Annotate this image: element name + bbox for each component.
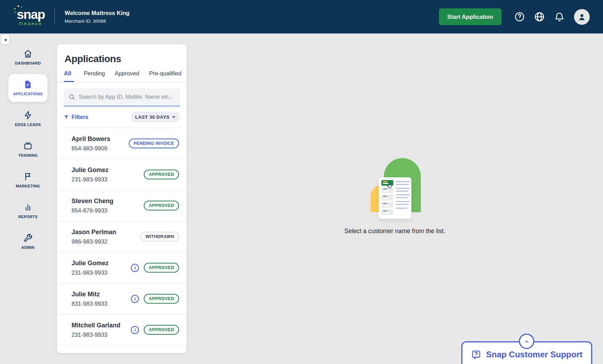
search-input[interactable]	[79, 94, 175, 100]
sidebar-item-label: REPORTS	[18, 215, 37, 219]
logo-text-snap: snap	[17, 8, 45, 21]
filter-funnel-icon	[64, 115, 69, 120]
sidebar-item-label: ADMIN	[21, 245, 35, 250]
sidebar-item-training[interactable]: TRAINING	[8, 135, 47, 163]
logo-text-finance: finance	[17, 21, 45, 26]
search-icon	[68, 94, 75, 101]
header-divider	[54, 9, 55, 25]
row-status-area: i PENDING INVOICE	[129, 139, 179, 148]
customer-info: Julie Gomez 231-983-9933	[72, 260, 109, 276]
customer-name: Julie Gomez	[72, 166, 109, 174]
empty-state-message: Select a customer name from the list.	[187, 228, 603, 235]
row-status-area: i APPROVED	[131, 294, 179, 304]
sidebar-item-label: APPLICATIONS	[13, 92, 43, 96]
sidebar-item-label: TRAINING	[18, 153, 38, 157]
customer-phone: 231-983-9933	[72, 269, 109, 276]
filters-button[interactable]: Filters	[64, 114, 88, 120]
customer-phone: 854-983-9909	[72, 145, 110, 152]
filters-row: Filters LAST 30 DAYS	[64, 112, 180, 128]
tab-pending[interactable]: Pending	[84, 70, 105, 82]
language-globe-icon[interactable]	[534, 12, 545, 22]
sidebar-nav: DASHBOARD APPLICATIONS EDGE LEADS TRAINI…	[0, 34, 56, 364]
row-status-area: i APPROVED	[144, 170, 179, 179]
document-icon	[23, 80, 32, 89]
info-icon[interactable]: i	[131, 264, 139, 272]
row-status-area: i APPROVED	[131, 325, 179, 335]
bar-chart-icon	[23, 203, 32, 212]
notifications-bell-icon[interactable]	[554, 12, 565, 22]
application-row[interactable]: April Bowers 854-983-9909 i PENDING INVO…	[57, 128, 187, 159]
chevron-up-icon	[524, 339, 529, 344]
user-avatar[interactable]	[574, 9, 590, 25]
sidebar-collapse-button[interactable]: ◀	[1, 35, 9, 44]
status-badge: APPROVED	[144, 263, 179, 273]
applications-tabs: All Pending Approved Pre-qualified	[57, 70, 187, 82]
start-application-button[interactable]: Start Application	[439, 8, 501, 25]
merchant-info: Welcome Mattress King Merchant ID: 30086	[65, 10, 129, 24]
customer-info: Jason Perlman 986-983-9932	[72, 229, 116, 245]
applications-panel: Applications All Pending Approved Pre-qu…	[57, 44, 187, 353]
tab-all[interactable]: All	[64, 70, 74, 82]
customer-phone: 854-876-9933	[72, 207, 113, 214]
customer-phone: 986-983-9932	[72, 238, 116, 245]
customer-phone: 831-983-9933	[72, 300, 107, 307]
applications-list: April Bowers 854-983-9909 i PENDING INVO…	[57, 128, 187, 346]
sidebar-item-marketing[interactable]: MARKETING	[8, 166, 47, 194]
lightning-icon	[23, 111, 32, 120]
support-help-bubble-icon	[471, 350, 481, 360]
application-row[interactable]: Mitchell Garland 231-983-9933 i APPROVED	[57, 314, 187, 346]
status-badge: WITHDRAWN	[141, 232, 179, 242]
logo-spark-icon	[15, 12, 16, 13]
logo-spark-icon	[21, 6, 22, 8]
customer-info: April Bowers 854-983-9909	[72, 135, 110, 152]
tab-approved[interactable]: Approved	[115, 70, 140, 82]
support-label: Snap Customer Support	[486, 350, 582, 359]
sidebar-item-dashboard[interactable]: DASHBOARD	[8, 43, 47, 71]
customer-name: Mitchell Garland	[72, 322, 120, 329]
chevron-down-icon	[172, 116, 176, 118]
status-badge: APPROVED	[144, 325, 179, 335]
application-row[interactable]: Jason Perlman 986-983-9932 i WITHDRAWN	[57, 221, 187, 252]
status-badge: APPROVED	[144, 201, 179, 210]
application-row[interactable]: Julie Gomez 231-983-9933 i APPROVED	[57, 159, 187, 190]
filters-label: Filters	[72, 114, 88, 120]
status-badge: APPROVED	[144, 170, 179, 179]
sidebar-item-admin[interactable]: ADMIN	[8, 228, 47, 255]
application-row[interactable]: Julie Mitz 831-983-9933 i APPROVED	[57, 283, 187, 314]
tab-pre-qualified[interactable]: Pre-qualified	[149, 70, 181, 82]
customer-name: Jason Perlman	[72, 229, 116, 236]
customer-info: Julie Gomez 231-983-9933	[72, 166, 109, 183]
application-row[interactable]: Steven Cheng 854-876-9933 i APPROVED	[57, 190, 187, 221]
illustration-list-card	[379, 177, 411, 219]
wrench-icon	[23, 233, 32, 243]
illustration-text-lines	[396, 180, 410, 216]
sidebar-item-label: EDGE LEADS	[15, 122, 41, 127]
search-box[interactable]	[64, 88, 180, 106]
customer-phone: 231-983-9933	[72, 332, 120, 338]
date-range-label: LAST 30 DAYS	[135, 114, 170, 120]
row-status-area: i WITHDRAWN	[141, 232, 179, 242]
snap-finance-logo[interactable]: snap finance	[17, 8, 45, 26]
customer-phone: 231-983-9933	[72, 176, 109, 183]
merchant-id: Merchant ID: 30086	[65, 18, 129, 24]
customer-name: Julie Gomez	[72, 260, 109, 267]
customer-name: Steven Cheng	[72, 198, 113, 205]
support-collapse-chevron[interactable]	[519, 334, 534, 349]
sidebar-item-applications[interactable]: APPLICATIONS	[8, 74, 47, 102]
header-actions: Start Application	[439, 8, 590, 25]
row-status-area: i APPROVED	[144, 201, 179, 210]
panel-title: Applications	[57, 44, 187, 65]
logo-spark-icon	[14, 8, 16, 10]
help-icon[interactable]	[514, 12, 525, 22]
sidebar-item-reports[interactable]: REPORTS	[8, 197, 47, 225]
sidebar-item-label: DASHBOARD	[15, 61, 41, 65]
logo-spark-icon	[17, 5, 19, 7]
welcome-title: Welcome Mattress King	[65, 10, 129, 16]
cursor-hand-icon	[386, 182, 393, 189]
sidebar-item-edge-leads[interactable]: EDGE LEADS	[8, 105, 47, 133]
info-icon[interactable]: i	[131, 295, 139, 303]
home-icon	[23, 49, 32, 58]
info-icon[interactable]: i	[131, 326, 139, 334]
date-range-dropdown[interactable]: LAST 30 DAYS	[131, 112, 180, 122]
application-row[interactable]: Julie Gomez 231-983-9933 i APPROVED	[57, 252, 187, 283]
